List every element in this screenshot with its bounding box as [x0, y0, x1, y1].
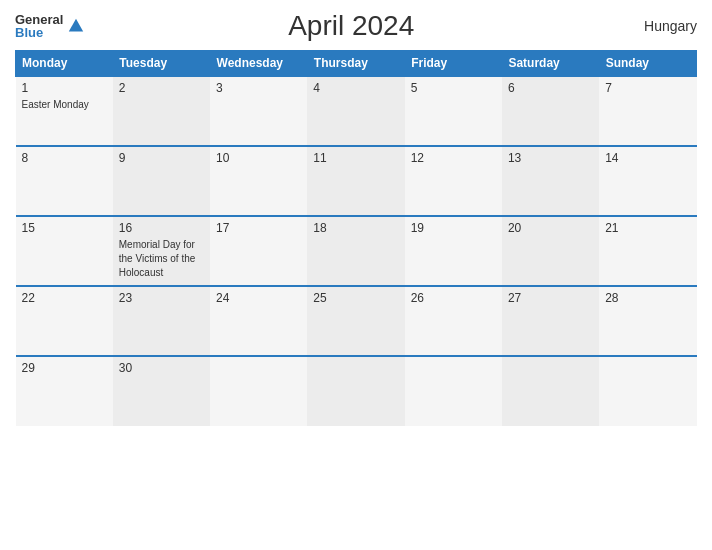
- calendar-cell: [307, 356, 404, 426]
- header-tuesday: Tuesday: [113, 51, 210, 77]
- calendar-cell: 22: [16, 286, 113, 356]
- day-number: 1: [22, 81, 107, 95]
- calendar-cell: 30: [113, 356, 210, 426]
- calendar-cell: 18: [307, 216, 404, 286]
- day-header-row: Monday Tuesday Wednesday Thursday Friday…: [16, 51, 697, 77]
- day-number: 27: [508, 291, 593, 305]
- calendar-cell: 8: [16, 146, 113, 216]
- calendar-cell: 21: [599, 216, 696, 286]
- calendar-cell: [210, 356, 307, 426]
- day-number: 29: [22, 361, 107, 375]
- event-label: Memorial Day for the Victims of the Holo…: [119, 239, 196, 278]
- calendar-cell: 1Easter Monday: [16, 76, 113, 146]
- day-number: 13: [508, 151, 593, 165]
- header-monday: Monday: [16, 51, 113, 77]
- event-label: Easter Monday: [22, 99, 89, 110]
- day-number: 3: [216, 81, 301, 95]
- day-number: 30: [119, 361, 204, 375]
- calendar-week-row: 2930: [16, 356, 697, 426]
- calendar-cell: 20: [502, 216, 599, 286]
- day-number: 23: [119, 291, 204, 305]
- calendar-cell: 25: [307, 286, 404, 356]
- logo-blue-text: Blue: [15, 26, 63, 39]
- calendar-cell: 2: [113, 76, 210, 146]
- header-wednesday: Wednesday: [210, 51, 307, 77]
- calendar-cell: 28: [599, 286, 696, 356]
- calendar-cell: 5: [405, 76, 502, 146]
- calendar-cell: 10: [210, 146, 307, 216]
- day-number: 18: [313, 221, 398, 235]
- calendar-cell: [502, 356, 599, 426]
- calendar-cell: 9: [113, 146, 210, 216]
- logo-icon: [67, 17, 85, 35]
- calendar-week-row: 1516Memorial Day for the Victims of the …: [16, 216, 697, 286]
- calendar-cell: 19: [405, 216, 502, 286]
- day-number: 10: [216, 151, 301, 165]
- calendar-cell: 14: [599, 146, 696, 216]
- calendar-cell: 27: [502, 286, 599, 356]
- calendar-cell: 6: [502, 76, 599, 146]
- day-number: 8: [22, 151, 107, 165]
- calendar-cell: 11: [307, 146, 404, 216]
- calendar-week-row: 1Easter Monday234567: [16, 76, 697, 146]
- day-number: 14: [605, 151, 690, 165]
- calendar-title: April 2024: [85, 10, 617, 42]
- calendar-cell: 16Memorial Day for the Victims of the Ho…: [113, 216, 210, 286]
- calendar-week-row: 22232425262728: [16, 286, 697, 356]
- calendar-table: Monday Tuesday Wednesday Thursday Friday…: [15, 50, 697, 426]
- calendar-cell: 3: [210, 76, 307, 146]
- day-number: 7: [605, 81, 690, 95]
- day-number: 2: [119, 81, 204, 95]
- day-number: 19: [411, 221, 496, 235]
- day-number: 28: [605, 291, 690, 305]
- day-number: 22: [22, 291, 107, 305]
- calendar-cell: [599, 356, 696, 426]
- calendar-week-row: 891011121314: [16, 146, 697, 216]
- calendar-cell: 12: [405, 146, 502, 216]
- calendar-cell: 15: [16, 216, 113, 286]
- header-thursday: Thursday: [307, 51, 404, 77]
- day-number: 25: [313, 291, 398, 305]
- day-number: 5: [411, 81, 496, 95]
- day-number: 16: [119, 221, 204, 235]
- calendar-cell: 4: [307, 76, 404, 146]
- header: General Blue April 2024 Hungary: [15, 10, 697, 42]
- day-number: 26: [411, 291, 496, 305]
- calendar-cell: 26: [405, 286, 502, 356]
- day-number: 17: [216, 221, 301, 235]
- day-number: 4: [313, 81, 398, 95]
- day-number: 9: [119, 151, 204, 165]
- header-sunday: Sunday: [599, 51, 696, 77]
- header-friday: Friday: [405, 51, 502, 77]
- day-number: 20: [508, 221, 593, 235]
- calendar-cell: [405, 356, 502, 426]
- calendar-page: General Blue April 2024 Hungary Monday T…: [0, 0, 712, 550]
- day-number: 15: [22, 221, 107, 235]
- calendar-cell: 13: [502, 146, 599, 216]
- day-number: 21: [605, 221, 690, 235]
- country-label: Hungary: [617, 18, 697, 34]
- header-saturday: Saturday: [502, 51, 599, 77]
- svg-marker-0: [69, 19, 83, 32]
- day-number: 11: [313, 151, 398, 165]
- calendar-cell: 7: [599, 76, 696, 146]
- day-number: 12: [411, 151, 496, 165]
- day-number: 24: [216, 291, 301, 305]
- calendar-cell: 24: [210, 286, 307, 356]
- calendar-cell: 29: [16, 356, 113, 426]
- calendar-cell: 17: [210, 216, 307, 286]
- logo: General Blue: [15, 13, 85, 39]
- calendar-cell: 23: [113, 286, 210, 356]
- day-number: 6: [508, 81, 593, 95]
